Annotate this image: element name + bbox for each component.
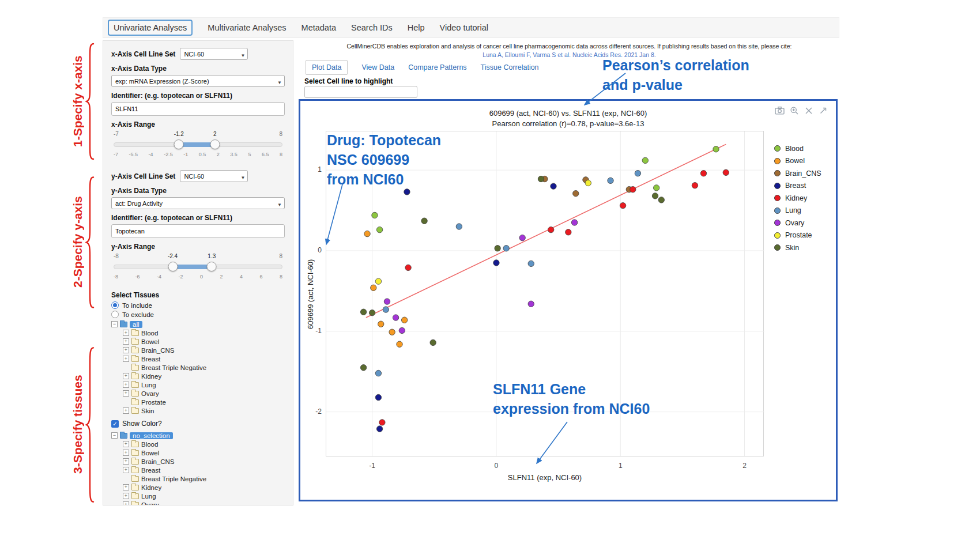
chevron-down-icon: ▼ [277, 78, 282, 87]
nav-item-video-tutorial[interactable]: Video tutorial [440, 23, 488, 32]
nav-item-univariate-analyses[interactable]: Univariate Analyses [108, 20, 193, 36]
tab-tissue-correlation[interactable]: Tissue Correlation [481, 63, 539, 71]
red-brace-2 [85, 175, 95, 310]
folder-icon [131, 373, 139, 379]
expand-icon[interactable]: + [123, 484, 129, 490]
tree-root-all[interactable]: −all [111, 320, 285, 329]
scatter-point-prostate [585, 180, 591, 186]
tree-item-label: Kidney [141, 373, 161, 380]
slider-handle-low[interactable] [174, 139, 184, 149]
citation-link[interactable]: Luna A, Elloumi F, Varma S et al. Nuclei… [300, 51, 839, 58]
collapse-icon[interactable]: − [111, 321, 118, 327]
slider-handle-high[interactable] [210, 139, 220, 149]
y-identifier-input[interactable] [111, 224, 285, 238]
tree-item-ovary[interactable]: +Ovary [111, 389, 285, 398]
x-cellline-label: x-Axis Cell Line Set [111, 50, 175, 58]
tree-item-label: Blood [141, 330, 158, 337]
legend-item-bowel[interactable]: Bowel [774, 155, 821, 168]
legend-item-ovary[interactable]: Ovary [774, 217, 821, 229]
tree-item-ovary[interactable]: +Ovary [111, 500, 285, 505]
tree-item-breast-triple-negative[interactable]: Breast Triple Negative [111, 474, 285, 483]
tree-item-bowel[interactable]: +Bowel [111, 337, 285, 346]
tree-item-blood[interactable]: +Blood [111, 440, 285, 448]
slider-max-label: 8 [279, 253, 282, 259]
expand-icon[interactable]: + [123, 330, 129, 336]
x-cellline-select[interactable]: NCI-60▼ [180, 48, 248, 60]
legend-item-blood[interactable]: Blood [774, 142, 821, 155]
tree-item-breast[interactable]: +Breast [111, 354, 285, 363]
tree-item-kidney[interactable]: +Kidney [111, 372, 285, 380]
legend-label: Lung [785, 206, 801, 214]
radio-icon[interactable] [111, 301, 119, 309]
expand-icon[interactable]: + [123, 407, 129, 414]
tree-item-breast[interactable]: +Breast [111, 466, 285, 474]
legend-label: Brain_CNS [785, 169, 821, 178]
nav-item-search-ids[interactable]: Search IDs [351, 23, 393, 32]
slider-low-value: -2.4 [168, 253, 178, 259]
x-datatype-select[interactable]: exp: mRNA Expression (Z-Score)▼ [111, 75, 285, 87]
scatter-point-lung [383, 307, 389, 312]
legend-item-brain_cns[interactable]: Brain_CNS [774, 167, 821, 180]
slider-handle-low[interactable] [168, 262, 178, 271]
expand-icon[interactable]: + [123, 356, 129, 362]
tree-root-no_selection[interactable]: −no_selection [111, 431, 285, 440]
y-cellline-select[interactable]: NCI-60▼ [180, 170, 248, 182]
x-range-slider[interactable]: -78-1.22-7-5.5-4-2.5-10.523.556.58 [114, 131, 282, 162]
expand-icon[interactable]: + [123, 441, 129, 447]
nav-item-metadata[interactable]: Metadata [301, 23, 336, 32]
scatter-point-blood [713, 146, 719, 152]
folder-icon [131, 356, 139, 362]
tree-item-bowel[interactable]: +Bowel [111, 448, 285, 457]
scatter-point-lung [456, 224, 462, 229]
expand-icon[interactable]: + [123, 338, 129, 345]
radio-to-include[interactable]: To include [111, 301, 285, 309]
radio-to-exclude[interactable]: To exclude [111, 311, 285, 318]
nav-item-help[interactable]: Help [408, 23, 425, 32]
y-datatype-select[interactable]: act: Drug Activity▼ [111, 197, 285, 209]
legend-label: Ovary [785, 219, 804, 227]
tree-root-label: all [130, 321, 142, 328]
y-cellline-label: y-Axis Cell Line Set [111, 172, 175, 180]
show-color-checkbox[interactable]: ✓ [111, 420, 119, 428]
collapse-icon[interactable]: − [111, 432, 118, 439]
tree-item-blood[interactable]: +Blood [111, 329, 285, 337]
nav-item-multivariate-analyses[interactable]: Multivariate Analyses [208, 23, 286, 32]
legend-item-skin[interactable]: Skin [774, 241, 821, 254]
annotation-drug: Drug: TopotecanNSC 609699from NCI60 [327, 130, 441, 189]
radio-icon[interactable] [111, 311, 119, 318]
slider-handle-high[interactable] [207, 262, 217, 271]
tree-item-kidney[interactable]: +Kidney [111, 483, 285, 492]
legend-item-breast[interactable]: Breast [774, 180, 821, 193]
expand-icon[interactable]: + [123, 458, 129, 465]
expand-icon[interactable]: + [123, 501, 129, 505]
expand-icon[interactable]: + [123, 493, 129, 499]
y-range-slider[interactable]: -88-2.41.3-8-6-4-202468 [114, 253, 282, 284]
expand-icon[interactable]: + [123, 373, 129, 379]
tree-item-lung[interactable]: +Lung [111, 380, 285, 389]
expand-icon[interactable]: + [123, 450, 129, 456]
legend-item-prostate[interactable]: Prostate [774, 229, 821, 242]
tab-plot-data[interactable]: Plot Data [306, 60, 348, 75]
chevron-down-icon: ▼ [240, 51, 245, 60]
scatter-point-skin [430, 339, 436, 345]
tab-view-data[interactable]: View Data [361, 63, 394, 71]
tree-item-lung[interactable]: +Lung [111, 492, 285, 500]
tab-compare-patterns[interactable]: Compare Patterns [408, 63, 466, 71]
expand-icon[interactable]: + [123, 382, 129, 388]
tree-item-prostate[interactable]: Prostate [111, 398, 285, 406]
expand-icon[interactable]: + [123, 347, 129, 353]
legend-item-lung[interactable]: Lung [774, 205, 821, 217]
expand-icon[interactable]: + [123, 467, 129, 473]
show-color-row: ✓ Show Color? [111, 420, 285, 428]
tree-item-brain-cns[interactable]: +Brain_CNS [111, 457, 285, 466]
legend-dot [774, 195, 781, 201]
expand-icon[interactable]: + [123, 390, 129, 397]
scatter-point-bowel [371, 285, 376, 290]
legend-item-kidney[interactable]: Kidney [774, 192, 821, 205]
tree-item-skin[interactable]: +Skin [111, 406, 285, 415]
tree-item-breast-triple-negative[interactable]: Breast Triple Negative [111, 363, 285, 372]
tree-item-brain-cns[interactable]: +Brain_CNS [111, 346, 285, 354]
x-identifier-input[interactable] [111, 102, 285, 116]
page: Univariate AnalysesMultivariate Analyses… [0, 0, 980, 551]
highlight-cellline-input[interactable] [304, 86, 417, 98]
